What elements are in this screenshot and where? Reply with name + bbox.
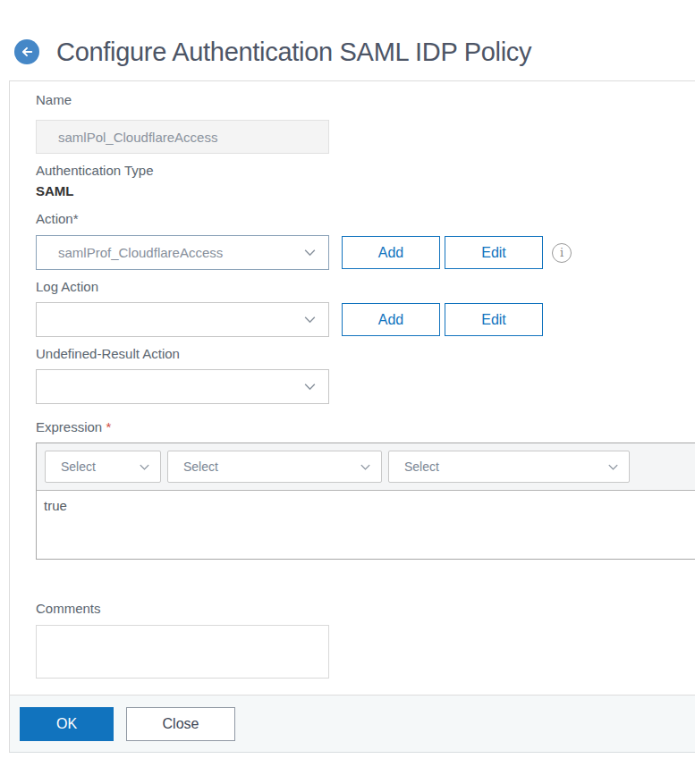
undefined-result-action-dropdown[interactable]: [36, 369, 329, 404]
chevron-down-icon: [138, 460, 151, 474]
auth-type-value: SAML: [36, 182, 695, 200]
expression-select-1[interactable]: Select: [45, 451, 161, 483]
chevron-down-icon: [302, 379, 318, 394]
info-icon[interactable]: i: [552, 243, 572, 263]
action-dropdown-value: samlProf_CloudflareAccess: [58, 245, 302, 260]
expression-select-3[interactable]: Select: [388, 451, 630, 483]
action-edit-button[interactable]: Edit: [445, 236, 543, 269]
action-add-button[interactable]: Add: [342, 236, 440, 269]
expression-input[interactable]: true: [37, 491, 695, 559]
expression-builder-toolbar: Select Select Select: [37, 443, 695, 491]
back-button[interactable]: [14, 39, 39, 64]
action-dropdown[interactable]: samlProf_CloudflareAccess: [36, 235, 329, 270]
arrow-left-icon: [19, 44, 35, 60]
undefined-result-action-label: Undefined-Result Action: [36, 345, 695, 363]
action-label: Action*: [36, 210, 695, 228]
comments-label: Comments: [36, 600, 695, 618]
auth-type-label: Authentication Type: [36, 162, 695, 180]
chevron-down-icon: [359, 460, 372, 474]
form-panel: Name Authentication Type SAML Action* sa…: [9, 80, 695, 753]
footer-bar: OK Close: [10, 695, 695, 753]
page-title: Configure Authentication SAML IDP Policy: [56, 38, 531, 67]
name-label: Name: [36, 91, 695, 109]
comments-input[interactable]: [36, 625, 329, 679]
required-asterisk: *: [106, 419, 111, 434]
expression-builder: Select Select Select true: [36, 443, 695, 560]
chevron-down-icon: [302, 312, 318, 327]
log-action-edit-button[interactable]: Edit: [445, 303, 543, 336]
chevron-down-icon: [606, 460, 620, 474]
name-input[interactable]: [36, 120, 329, 154]
ok-button[interactable]: OK: [20, 707, 114, 741]
log-action-dropdown[interactable]: [36, 302, 329, 337]
log-action-label: Log Action: [36, 278, 695, 296]
expression-select-2[interactable]: Select: [167, 451, 382, 483]
close-button[interactable]: Close: [126, 707, 235, 741]
page-header: Configure Authentication SAML IDP Policy: [0, 0, 695, 80]
chevron-down-icon: [302, 245, 318, 260]
expression-label: Expression *: [36, 418, 695, 436]
log-action-add-button[interactable]: Add: [342, 303, 440, 336]
